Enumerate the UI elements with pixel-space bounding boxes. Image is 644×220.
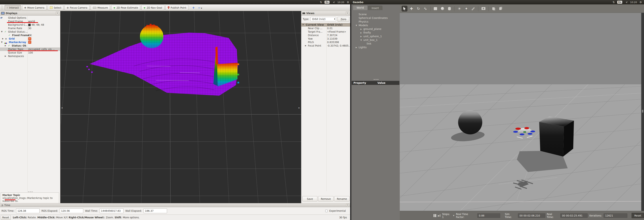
tree-row-status-ok[interactable]: ▶✓Status: Ok — [0, 44, 60, 48]
tree-row-global-status[interactable]: ▼✓Global Status:... — [0, 30, 60, 34]
cylinder-shape-icon[interactable] — [446, 6, 452, 12]
scale-tool-icon[interactable]: ↔ — [422, 6, 428, 12]
tree-row-near-clip[interactable]: Near Clip ...0.01 — [301, 27, 350, 30]
move-camera-tool-button[interactable]: ✚Move Camera — [22, 5, 46, 10]
steps-label[interactable]: Steps: 1 — [442, 213, 451, 218]
tree-row-queue-size[interactable]: Queue Size100 — [0, 51, 60, 54]
clock-right[interactable]: 10:20 — [630, 1, 637, 4]
panel-collapse-left-icon[interactable]: ◂ — [61, 106, 62, 109]
enabled-checkbox[interactable]: ✓ — [28, 37, 31, 40]
save-view-button[interactable]: Save — [302, 196, 318, 201]
tree-row-grid[interactable]: ▶◈Grid✓ — [0, 37, 60, 41]
tree-row-focal-point[interactable]: ▶Focal Point-0.33742; 0.4605... — [301, 44, 350, 48]
spot-light-icon[interactable]: ✦ — [464, 6, 469, 12]
close-icon[interactable]: ✕ — [56, 12, 59, 15]
tree-row-frame-rate[interactable]: Frame Rate30 — [0, 27, 60, 30]
tree-row-status-fixed-frame[interactable]: ✓Fixed FrameOK — [0, 34, 60, 37]
splitter-grip[interactable] — [28, 192, 33, 192]
clock-left[interactable]: 10:20 — [337, 1, 344, 4]
rename-view-button[interactable]: Rename — [334, 196, 350, 201]
system-tray-right[interactable]: ⇅ En ✕ 10:20 ⚙ — [612, 1, 644, 4]
view-type-dropdown[interactable]: Orbit (rviz) ▲▼ — [310, 17, 336, 21]
fps-counter: 30 fps — [339, 216, 347, 219]
nav-goal-tool-button[interactable]: ➤2D Nav Goal — [142, 5, 164, 10]
panel-splitter-grip[interactable] — [374, 79, 378, 80]
steps-caret-icon[interactable]: ▼ — [453, 215, 454, 216]
wall-elapsed-input[interactable] — [144, 208, 167, 213]
drone-board — [524, 131, 526, 133]
close-icon[interactable]: ✕ — [346, 204, 349, 207]
keyboard-indicator[interactable]: En — [617, 1, 622, 4]
spinner-icons[interactable]: ▲▼ — [334, 18, 335, 20]
ros-time-input[interactable] — [16, 208, 40, 213]
volume-muted-icon[interactable]: ✕ — [625, 1, 628, 3]
translate-tool-icon[interactable]: ✚ — [408, 6, 414, 12]
screenshot-icon[interactable] — [480, 6, 486, 12]
views-panel-titlebar[interactable]: Views ✕ — [301, 11, 350, 16]
wall-elapsed-label: Wall Elapsed: — [125, 209, 142, 212]
add-tool-button[interactable]: + — [192, 6, 195, 10]
select-tool-button[interactable]: Select — [48, 5, 64, 10]
real-time-value: 00 00:02:25.491 — [560, 213, 588, 218]
blue-propeller — [528, 133, 532, 135]
enabled-checkbox[interactable]: ✓ — [28, 41, 31, 44]
tree-row-current-view[interactable]: ▼Current ViewOrbit (rviz) — [301, 23, 350, 27]
tree-row-namespaces[interactable]: ▶Namespaces — [0, 54, 60, 58]
rotate-tool-icon[interactable]: ↻ — [416, 6, 421, 12]
hand-icon: ☝ — [6, 6, 8, 9]
rtf-label: Real Time Factor: — [456, 213, 476, 218]
green-arrow-icon: ➤ — [143, 6, 146, 10]
rviz-scene: ◂ ▸ — [61, 11, 301, 203]
gazebo-reset-button[interactable]: Reset — [632, 213, 644, 218]
zero-button[interactable]: Zero — [338, 17, 349, 22]
point-light-icon[interactable]: ☀ — [456, 6, 462, 12]
tree-row-target-frame[interactable]: Target Fra...<Fixed Frame> — [301, 30, 350, 34]
displays-panel-titlebar[interactable]: Displays ✕ — [0, 11, 60, 16]
time-panel: ◔ Time ✕ ROS Time: ROS Elapsed: Wall Tim… — [0, 203, 350, 214]
tree-row-background-color[interactable]: Background C...48; 48; 48 — [0, 23, 60, 27]
copy-icon[interactable] — [490, 6, 496, 12]
tree-row-marker-array[interactable]: ▼MarkerArray✓ — [0, 41, 60, 44]
close-icon[interactable]: ✕ — [346, 12, 349, 15]
remove-view-button[interactable]: Remove — [318, 196, 334, 201]
tree-row-global-options[interactable]: ▼⚙Global Options — [0, 16, 60, 20]
gazebo-3d-viewport[interactable] — [400, 13, 644, 211]
box-shape-icon[interactable] — [432, 6, 438, 12]
session-gear-icon[interactable]: ⚙ — [640, 1, 642, 4]
step-button[interactable]: ▶ — [438, 214, 440, 217]
tab-world[interactable]: World — [353, 5, 368, 10]
sphere-shape-icon[interactable] — [440, 6, 445, 12]
right-panel-collapsed-strip[interactable] — [641, 13, 644, 211]
session-gear-icon[interactable]: ⚙ — [347, 1, 349, 4]
keyboard-indicator[interactable]: En — [324, 1, 330, 4]
tree-row-distance[interactable]: Distance7.30724 — [301, 34, 350, 37]
property-table-header[interactable]: Property Value — [352, 81, 400, 85]
system-tray-left[interactable]: ⇅ En ✕ 10:20 ⚙ — [320, 1, 351, 4]
publish-point-tool-button[interactable]: Publish Point — [166, 5, 188, 10]
measure-tool-button[interactable]: Measure — [91, 5, 110, 10]
pause-button[interactable] — [434, 214, 436, 217]
network-arrows-icon[interactable]: ⇅ — [320, 1, 322, 4]
paste-icon[interactable] — [498, 6, 503, 12]
pose-estimate-tool-button[interactable]: ➤2D Pose Estimate — [111, 5, 140, 10]
ros-elapsed-input[interactable] — [60, 208, 83, 213]
toolbar-grip[interactable] — [2, 6, 3, 10]
interact-tool-button[interactable]: ☝Interact — [4, 5, 21, 10]
panel-collapse-right-icon[interactable]: ▸ — [298, 106, 300, 109]
focus-camera-tool-button[interactable]: ⊕Focus Camera — [64, 5, 89, 10]
network-arrows-icon[interactable]: ⇅ — [612, 1, 615, 4]
experimental-checkbox[interactable] — [325, 210, 328, 212]
gear-icon: ⚙ — [0, 17, 2, 19]
directional-light-icon[interactable]: ∥ — [470, 6, 476, 12]
rviz-3d-viewport[interactable]: ◂ ▸ — [61, 11, 301, 203]
time-panel-titlebar[interactable]: ◔ Time ✕ — [0, 203, 350, 207]
tree-row-yaw[interactable]: Yaw3.11039 — [301, 37, 350, 41]
wall-time-input[interactable] — [100, 208, 124, 213]
tree-row-pitch[interactable]: Pitch0.835398 — [301, 41, 350, 44]
reset-button[interactable]: Reset — [1, 215, 10, 220]
select-tool-icon[interactable] — [402, 6, 408, 12]
volume-muted-icon[interactable]: ✕ — [332, 1, 335, 3]
tab-insert[interactable]: Insert — [368, 6, 382, 10]
move-arrows-icon: ✚ — [24, 6, 26, 9]
remove-tool-button[interactable]: −▼ — [198, 6, 202, 10]
